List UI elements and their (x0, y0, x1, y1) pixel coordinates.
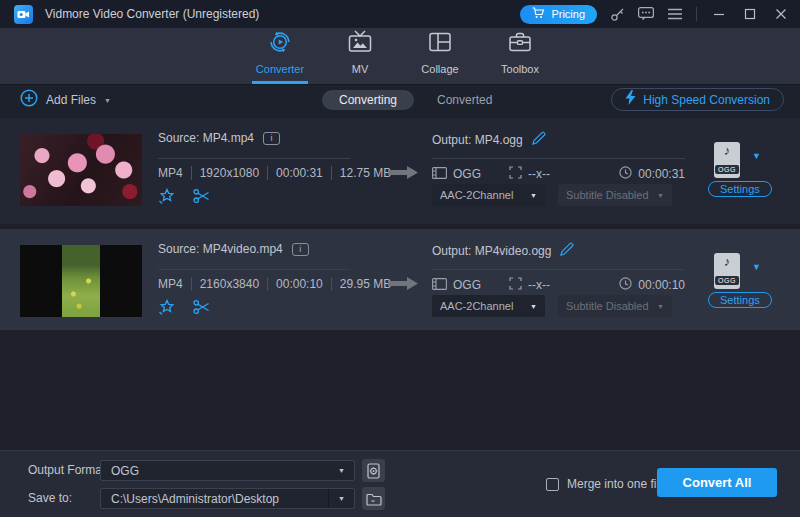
music-note-icon: ♪ (714, 253, 740, 271)
titlebar: Vidmore Video Converter (Unregistered) P… (0, 0, 800, 28)
audio-track-value: AAC-2Channel (440, 189, 513, 201)
output-filename: Output: MP4.ogg (432, 133, 523, 147)
video-thumbnail[interactable] (20, 245, 142, 317)
source-duration: 00:00:10 (268, 277, 332, 291)
output-format-dropdown[interactable]: OGG ▼ (100, 460, 355, 481)
source-duration: 00:00:31 (268, 166, 332, 180)
save-to-dropdown[interactable]: C:\Users\Administrator\Desktop ▼ (100, 488, 355, 509)
toolbox-icon (507, 29, 533, 59)
output-metadata: OGG --x-- 00:00:10 (432, 277, 685, 293)
titlebar-divider (696, 7, 697, 21)
clock-icon (619, 277, 632, 293)
subtitle-select[interactable]: Subtitle Disabled ▼ (558, 184, 672, 206)
format-caret-icon[interactable]: ▼ (752, 262, 761, 272)
info-icon[interactable]: i (263, 132, 280, 145)
register-key-icon[interactable] (610, 7, 625, 22)
tab-converted[interactable]: Converted (429, 90, 500, 110)
add-files-label: Add Files (46, 93, 96, 107)
close-button[interactable] (772, 8, 790, 20)
format-caret-icon[interactable]: ▼ (752, 151, 761, 161)
source-resolution: 1920x1080 (192, 166, 268, 180)
feedback-chat-icon[interactable] (638, 7, 654, 21)
source-resolution: 2160x3840 (192, 277, 268, 291)
cut-scissors-icon[interactable] (193, 299, 210, 320)
output-metadata: OGG --x-- 00:00:31 (432, 166, 685, 182)
settings-button[interactable]: Settings (708, 181, 772, 197)
dropdown-caret-icon: ▼ (329, 495, 354, 502)
audio-track-value: AAC-2Channel (440, 300, 513, 312)
edit-effects-icon[interactable] (158, 188, 175, 209)
dropdown-caret-icon: ▼ (530, 303, 537, 310)
file-row[interactable]: Source: MP4video.mp4 i MP4 2160x3840 00:… (0, 229, 800, 330)
maximize-button[interactable] (741, 8, 759, 20)
output-format-text: OGG (453, 167, 481, 181)
subtitle-value: Subtitle Disabled (566, 189, 649, 201)
merge-checkbox[interactable] (546, 478, 559, 491)
pricing-button[interactable]: Pricing (520, 5, 597, 24)
tab-mv-label: MV (352, 63, 369, 75)
audio-track-select[interactable]: AAC-2Channel ▼ (432, 295, 545, 317)
divider (158, 269, 350, 270)
film-icon (432, 278, 447, 293)
subtitle-select[interactable]: Subtitle Disabled ▼ (558, 295, 672, 317)
flow-arrow-icon (388, 165, 418, 184)
dropdown-caret-icon: ▼ (329, 467, 354, 474)
output-dims-text: --x-- (528, 278, 550, 292)
dropdown-caret-icon: ▼ (530, 192, 537, 199)
tab-converting[interactable]: Converting (322, 90, 414, 110)
format-settings-button[interactable] (362, 459, 385, 482)
menu-icon[interactable] (667, 8, 683, 20)
tab-converter[interactable]: Converter (240, 29, 320, 84)
mv-icon (347, 29, 373, 59)
tab-mv[interactable]: MV (320, 29, 400, 84)
info-icon[interactable]: i (292, 243, 309, 256)
add-files-caret-icon[interactable]: ▼ (104, 97, 111, 104)
divider (432, 158, 685, 159)
output-format-doc-icon[interactable]: ♪ OGG (714, 253, 740, 289)
minimize-button[interactable] (710, 8, 728, 20)
edit-effects-icon[interactable] (158, 299, 175, 320)
convert-all-button[interactable]: Convert All (657, 468, 777, 497)
cut-scissors-icon[interactable] (193, 188, 210, 209)
high-speed-conversion-button[interactable]: High Speed Conversion (611, 88, 784, 111)
file-row[interactable]: Source: MP4.mp4 i MP4 1920x1080 00:00:31… (0, 118, 800, 224)
collage-icon (427, 29, 453, 59)
source-metadata: MP4 2160x3840 00:00:10 29.95 MB (158, 277, 399, 291)
video-thumbnail[interactable] (20, 134, 142, 206)
add-plus-icon (20, 89, 38, 111)
app-logo-icon (14, 5, 33, 24)
clock-icon (619, 166, 632, 182)
add-files-button[interactable]: Add Files ▼ (20, 89, 111, 111)
tab-toolbox[interactable]: Toolbox (480, 29, 560, 84)
open-folder-button[interactable] (362, 487, 385, 510)
pricing-label: Pricing (551, 8, 585, 20)
lightning-icon (625, 90, 636, 109)
source-metadata: MP4 1920x1080 00:00:31 12.75 MB (158, 166, 399, 180)
tab-collage[interactable]: Collage (400, 29, 480, 84)
source-format: MP4 (158, 277, 192, 291)
music-note-icon: ♪ (714, 142, 740, 160)
merge-option: Merge into one file (546, 477, 666, 491)
save-to-label: Save to: (28, 491, 72, 505)
cart-icon (532, 7, 545, 21)
window-title: Vidmore Video Converter (Unregistered) (45, 7, 259, 21)
dropdown-caret-icon: ▼ (657, 303, 664, 310)
output-format-doc-icon[interactable]: ♪ OGG (714, 142, 740, 178)
rename-pencil-icon[interactable] (560, 242, 574, 260)
resolution-icon (509, 166, 522, 182)
output-filename: Output: MP4video.ogg (432, 244, 551, 258)
convert-state-tabs: Converting Converted (322, 85, 500, 115)
resolution-icon (509, 277, 522, 293)
rename-pencil-icon[interactable] (532, 131, 546, 149)
merge-label: Merge into one file (567, 477, 666, 491)
audio-track-select[interactable]: AAC-2Channel ▼ (432, 184, 545, 206)
output-dims-text: --x-- (528, 167, 550, 181)
tab-converter-label: Converter (256, 63, 304, 75)
output-format-text: OGG (453, 278, 481, 292)
film-icon (432, 167, 447, 182)
settings-button[interactable]: Settings (708, 292, 772, 308)
tab-collage-label: Collage (421, 63, 458, 75)
tab-toolbox-label: Toolbox (501, 63, 539, 75)
high-speed-conversion-label: High Speed Conversion (643, 93, 770, 107)
divider (158, 158, 350, 159)
